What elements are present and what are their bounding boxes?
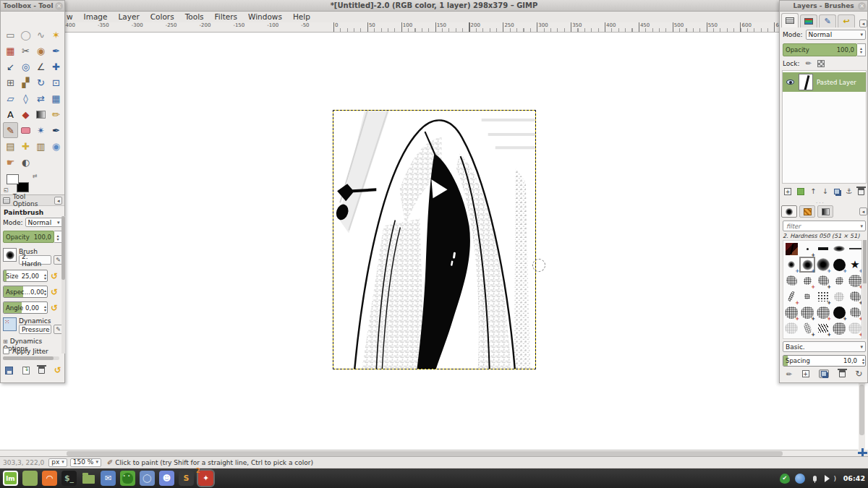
taskbar-browser[interactable]: ◯ [140, 471, 155, 486]
clock[interactable]: 06:42 [843, 474, 865, 482]
brush-speck-light[interactable] [831, 288, 847, 304]
dynamics-select[interactable]: Pressure [19, 325, 51, 334]
brush-hard[interactable] [831, 257, 847, 273]
tool-foreground-select[interactable]: ◉ [33, 43, 48, 59]
foreground-color-swatch[interactable] [7, 174, 19, 184]
tool-text[interactable]: A [3, 106, 18, 122]
canvas-vscrollbar[interactable] [859, 383, 865, 450]
tool-shear[interactable]: ▱ [3, 90, 18, 106]
tool-options-vscrollbar[interactable] [61, 216, 65, 354]
new-brush-button[interactable]: + [802, 370, 809, 377]
brush-speck-m[interactable] [783, 273, 799, 288]
taskbar-mail[interactable]: ✉ [101, 471, 116, 486]
brush-filter-input[interactable] [783, 221, 866, 231]
brush-speck-m[interactable] [815, 273, 831, 288]
spacing-slider[interactable]: Spacing 10,0 ▴▾ [783, 355, 866, 367]
taskbar-discord[interactable]: ☻ [159, 471, 174, 486]
taskbar-mint-menu[interactable]: lm [3, 471, 18, 486]
tab-paths[interactable]: ✎ [819, 14, 836, 27]
swap-colors-icon[interactable]: ⇄ [33, 173, 38, 179]
save-options-button[interactable] [5, 367, 13, 374]
delete-layer-button[interactable] [858, 188, 864, 195]
tab-patterns[interactable] [799, 205, 815, 218]
brush-grid-scrollbar[interactable] [863, 240, 867, 339]
tool-paths[interactable]: ✒ [48, 43, 64, 59]
brush-speck-l[interactable] [783, 304, 799, 320]
delete-options-button[interactable] [38, 367, 45, 374]
layer-name[interactable]: Pasted Layer [817, 79, 856, 86]
tool-alignment[interactable]: ⊞ [3, 74, 18, 90]
brush-hard[interactable] [831, 304, 847, 320]
tab-brushes[interactable] [781, 205, 797, 218]
brush-dot[interactable] [799, 241, 815, 257]
layer-thumbnail[interactable] [799, 74, 813, 90]
tool-select-by-color[interactable]: ▦ [3, 43, 18, 59]
tool-gradient[interactable] [33, 106, 48, 122]
close-icon[interactable]: ✕ [858, 2, 866, 10]
reset-angle-icon[interactable]: ↺ [51, 303, 58, 313]
collapse-icon[interactable]: ◂ [859, 207, 867, 215]
visibility-eye-icon[interactable] [786, 80, 794, 85]
brush-wisp2[interactable] [799, 320, 815, 336]
tab-undo-history[interactable]: ↩ [838, 14, 855, 27]
anchor-layer-button[interactable]: ⚓ [846, 187, 852, 195]
brush-speck-l[interactable] [799, 304, 815, 320]
brush-preview[interactable] [3, 248, 17, 262]
collapse-icon[interactable]: ◂ [859, 20, 867, 27]
size-slider[interactable]: Size 25,00 ▴▾ [3, 270, 48, 282]
checkbox-icon[interactable] [3, 348, 9, 354]
brush-line-thin[interactable] [847, 241, 862, 257]
edit-brush-button[interactable]: ✏ [786, 370, 792, 378]
tool-airbrush[interactable]: ✴ [33, 122, 48, 138]
tool-options-hscrollbar[interactable] [3, 356, 59, 360]
tool-zoom[interactable]: ◎ [18, 59, 33, 74]
tool-paintbrush[interactable]: ✎ [3, 122, 18, 138]
brush-star[interactable]: ★ [847, 257, 862, 273]
unit-select[interactable]: px ▾ [48, 458, 67, 467]
apply-jitter-checkbox[interactable]: Apply Jitter [3, 348, 48, 355]
tool-rectangle-select[interactable]: ▭ [3, 27, 18, 43]
brush-speck-s[interactable] [799, 273, 815, 288]
brush-speck-light-l[interactable] [783, 320, 799, 336]
brush-speck-m[interactable] [847, 288, 862, 304]
brush-speck-l[interactable] [831, 320, 847, 336]
menu-w[interactable]: w [67, 12, 73, 22]
taskbar-sublime-text[interactable]: S [179, 471, 194, 486]
tool-pencil[interactable]: ✏ [48, 106, 64, 122]
canvas-image[interactable] [333, 110, 536, 369]
reset-options-button[interactable]: ↺ [54, 365, 61, 375]
brush-tag-select[interactable]: Basic. ▾ [783, 341, 866, 352]
tool-cage-transform[interactable]: ▦ [48, 90, 64, 106]
zoom-select[interactable]: 150 % ▾ [70, 458, 101, 467]
canvas[interactable] [0, 33, 868, 450]
layer-opacity-slider[interactable]: Opacity 100,0 [783, 43, 857, 56]
tool-perspective-clone[interactable]: ▥ [33, 138, 48, 154]
canvas-hscrollbar[interactable] [0, 450, 858, 456]
angle-slider[interactable]: Angle 0,00 ▴▾ [3, 301, 48, 314]
layer-mode-select[interactable]: Normal ▾ [806, 30, 866, 40]
brush-speck-light-l[interactable] [847, 320, 862, 336]
tool-move[interactable]: ✚ [48, 59, 64, 74]
tool-scale[interactable]: ⊡ [48, 74, 64, 90]
tool-ink[interactable]: ✒ [48, 122, 64, 138]
lower-layer-button[interactable]: ↓ [822, 187, 828, 195]
layer-list[interactable]: Pasted Layer [782, 70, 867, 184]
taskbar-desktop-app[interactable] [22, 471, 38, 486]
reset-aspect-icon[interactable]: ↺ [51, 287, 58, 297]
tool-options-header[interactable]: Tool Options ◂ [1, 194, 64, 206]
opacity-slider[interactable]: Opacity 100,0 [3, 231, 54, 243]
raise-layer-button[interactable]: ↑ [810, 187, 816, 195]
brush-lines-sm[interactable] [815, 320, 831, 336]
brush-soft-s[interactable] [783, 257, 799, 273]
brush-line-thick[interactable] [815, 241, 831, 257]
dynamics-icon[interactable] [3, 317, 17, 331]
color-swatches[interactable]: ⇄ ◱ [5, 173, 38, 194]
tool-ellipse-select[interactable]: ◯ [18, 27, 33, 43]
lock-alpha-icon[interactable] [817, 60, 825, 67]
layer-row[interactable]: Pasted Layer [783, 72, 866, 92]
brush-speck-l[interactable] [847, 273, 862, 288]
menu-help[interactable]: Help [293, 12, 310, 22]
tool-dodge-burn[interactable]: ◐ [18, 154, 33, 170]
taskbar-orange-app[interactable]: ◠ [42, 471, 57, 486]
brush-select[interactable]: 2. Hardn [19, 255, 51, 265]
